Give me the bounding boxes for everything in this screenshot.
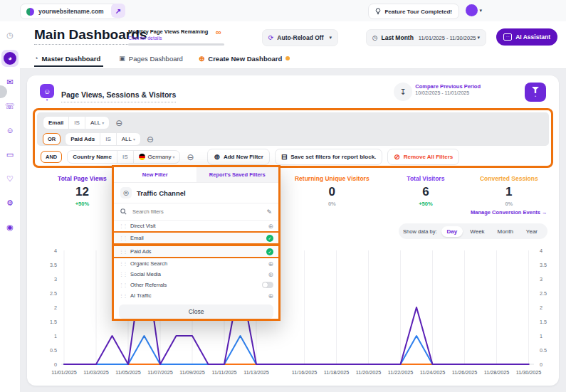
export-button[interactable]: ↧ [394,83,412,101]
filter-option-label: Organic Search [130,260,268,267]
filter-value[interactable]: Germany▾ [133,151,180,163]
filter-operator[interactable]: IS [117,151,133,163]
add-circle-icon[interactable]: ⊕ [268,260,273,267]
filter-row-2: OR Paid Ads IS ALL▾ ⊖ [43,132,549,146]
filter-option-label: AI Traffic [130,292,268,299]
tab-master-dashboard[interactable]: ◔ Master Dashboard [34,55,103,67]
feature-tour-button[interactable]: Feature Tour Completed! [368,4,459,19]
user-menu[interactable]: ▾ [466,4,482,16]
drag-handle-icon[interactable]: ⋮⋮ [119,293,127,299]
filter-operator[interactable]: IS [100,133,116,145]
filter-condition-email[interactable]: Email IS ALL▾ [43,116,110,129]
filter-field[interactable]: Paid Ads [65,133,100,145]
y-tick-label-right: 1.5 [540,319,547,325]
add-circle-icon[interactable]: ⊕ [268,223,273,230]
filter-option-ai-traffic[interactable]: ⋮⋮AI Traffic⊕ [114,290,278,301]
sidebar-item-profile[interactable]: ◉ [0,218,20,236]
conjunction-and[interactable]: AND [41,151,62,163]
filter-value[interactable]: ALL▾ [116,133,140,145]
popup-close-button[interactable]: Close [119,304,273,319]
show-data-by-year[interactable]: Year [520,226,543,237]
y-tick-label-left: 3 [54,276,57,282]
sidebar-item-calls[interactable]: ☏ [0,97,20,115]
sidebar-item-recordings[interactable]: ☺ [0,121,20,139]
filter-row-1: Email IS ALL▾ ⊖ [43,116,549,129]
y-tick-label-left: 3.5 [50,262,57,268]
auto-reload-select[interactable]: ⟳ Auto-Reload Off ▾ [262,29,338,46]
face-scan-icon: ☺ [6,126,14,134]
show-data-by-week[interactable]: Week [464,226,490,237]
popup-tab-new-filter[interactable]: New Filter [114,167,196,182]
y-tick-label-right: 2.5 [540,290,547,297]
remove-condition-icon[interactable]: ⊖ [115,118,122,128]
y-tick-label-right: 2 [540,304,543,311]
show-data-by-month[interactable]: Month [492,226,519,237]
open-external-button[interactable]: ↗ [111,4,125,18]
line-chart: 11/01/202511/03/202511/05/202511/07/2025… [33,244,553,383]
filter-condition-country[interactable]: Country Name IS Germany▾ [67,150,180,164]
drag-handle-icon[interactable]: ⋮⋮ [119,223,127,229]
conjunction-or[interactable]: OR [43,133,61,145]
sidebar-item-settings[interactable]: ⚙ [0,194,20,212]
add-new-filter-button[interactable]: ⊕ Add New Filter [207,149,269,165]
filter-option-social-media[interactable]: ⋮⋮Social Media⊕ [114,269,278,280]
filter-option-email[interactable]: ⋮⋮Email✓ [114,231,278,245]
date-range-select[interactable]: ◷ Last Month 11/01/2025 - 11/30/2025 ▾ [366,29,486,46]
y-tick-label-right: 0 [540,361,543,368]
filter-option-paid-ads[interactable]: ⋮⋮Paid Ads✓ [114,245,278,258]
remove-condition-icon[interactable]: ⊖ [187,152,194,162]
ai-assistant-button[interactable]: ⋯ AI Assistant [496,28,557,46]
filter-field[interactable]: Email [43,117,68,129]
drag-handle-icon[interactable]: ⋮⋮ [119,249,127,255]
remove-all-filters-button[interactable]: ⊘ Remove All Filters [387,149,459,165]
clear-search-icon[interactable]: ✎ [266,208,272,216]
chat-icon: ▭ [6,150,14,159]
drag-handle-icon[interactable]: ⋮⋮ [119,261,127,267]
check-circle-icon[interactable]: ✓ [266,248,273,255]
popup-title-row: ◎ Traffic Channel [114,183,278,203]
remove-condition-icon[interactable]: ⊖ [147,134,154,144]
show-data-by-label: Show data by: [403,228,437,235]
filter-option-organic-search[interactable]: ⋮⋮Organic Search⊕ [114,258,278,269]
filter-option-direct-visit[interactable]: ⋮⋮Direct Visit⊕ [114,221,278,231]
drag-handle-icon[interactable]: ⋮⋮ [119,272,127,277]
drag-handle-icon[interactable]: ⋮⋮ [119,235,127,241]
chart-line-blue-line [64,336,529,364]
filter-operator[interactable]: IS [68,117,85,129]
filter-option-other-referrals[interactable]: ⋮⋮Other Referrals [114,280,278,290]
filter-panel-button[interactable]: ▴ [525,83,546,102]
filter-value[interactable]: ALL▾ [85,117,109,129]
lightbulb-icon [375,8,381,16]
toggle-off[interactable] [262,282,273,288]
filter-condition-paid-ads[interactable]: Paid Ads IS ALL▾ [65,132,141,146]
save-filter-set-button[interactable]: ⊟ Save set filters for report block. [275,149,382,165]
funnel-icon [532,87,539,93]
popup-tab-saved-filters[interactable]: Report's Saved Filters [196,167,279,182]
site-selector[interactable]: yourwebsitename.com ▾ [20,4,122,19]
x-tick-label: 11/24/2025 [420,369,445,376]
add-circle-icon[interactable]: ⊕ [268,292,273,300]
tab-create-new-dashboard[interactable]: ⊕ Create New Dashboard [199,55,290,67]
sidebar-item-dashboards[interactable]: ◕ [1,50,19,67]
add-circle-icon[interactable]: ⊕ [268,271,273,278]
drag-handle-icon[interactable]: ⋮⋮ [119,282,127,288]
sidebar-item-security[interactable]: ♡ [0,169,20,188]
popup-search-row: ✎ [114,203,278,221]
quota-details-link[interactable]: Click for details [128,36,228,41]
collapse-sidebar-icon[interactable]: ◷ [0,26,20,44]
manage-conversion-events-link[interactable]: Manage Conversion Events → [465,209,553,216]
report-card: ☺ ▾ Page Views, Sessions & Visitors ↧ Co… [27,75,559,386]
filter-field[interactable]: Country Name [68,151,117,163]
x-tick-label: 11/07/2025 [147,369,172,376]
filter-popup: New Filter Report's Saved Filters ◎ Traf… [112,165,281,321]
show-data-by-day[interactable]: Day [441,226,463,237]
tab-pages-dashboard[interactable]: ▣ Pages Dashboard [119,55,183,67]
search-input[interactable] [131,208,262,216]
pages-dashboard-icon: ▣ [119,55,125,62]
x-tick-label: 11/30/2025 [516,369,541,376]
stat-column: Returning Unique Visitors00% [278,175,387,207]
ai-assistant-label: AI Assistant [515,33,550,41]
sidebar-item-chat[interactable]: ▭ [0,145,20,164]
check-circle-icon[interactable]: ✓ [266,235,273,242]
x-tick-label: 11/11/2025 [212,369,237,376]
